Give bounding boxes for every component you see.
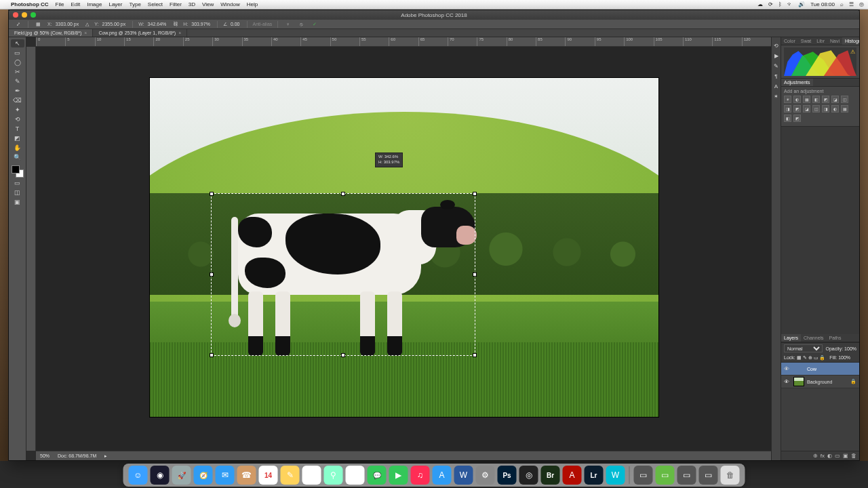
dock-app-finder[interactable]: ☺	[129, 466, 148, 485]
dock-app-photos[interactable]: ✿	[346, 466, 365, 485]
screen-mode-button[interactable]: ▭	[11, 179, 24, 187]
layers-footer-button[interactable]: 🗑	[851, 453, 856, 459]
histogram-display[interactable]: ⚠	[784, 47, 856, 76]
dock-folder3[interactable]: ▭	[677, 466, 696, 485]
adjustment-preset-button[interactable]: ◨	[784, 105, 791, 113]
adjustment-preset-button[interactable]: ◪	[831, 96, 839, 103]
adjustment-preset-button[interactable]: ◩	[822, 96, 829, 103]
adjustment-preset-button[interactable]: ◐	[831, 105, 839, 113]
transform-bounding-box[interactable]	[211, 193, 475, 356]
adjustment-preset-button[interactable]: ◐	[793, 96, 801, 103]
dock-folder4[interactable]: ▭	[699, 466, 718, 485]
tool-button[interactable]: ⟲	[11, 115, 24, 123]
adjustment-preset-button[interactable]: ◫	[841, 96, 848, 103]
menubar-icon[interactable]: ☁	[757, 1, 763, 7]
layers-footer-button[interactable]: ◐	[827, 453, 832, 459]
layers-footer-button[interactable]: ▣	[843, 453, 848, 459]
panel-tab[interactable]: Histogram	[842, 37, 860, 45]
doc-size[interactable]: Doc: 68.7M/98.7M	[58, 453, 96, 458]
status-arrow-icon[interactable]: ▸	[104, 453, 107, 459]
adjustment-preset-button[interactable]: ◨	[822, 105, 829, 113]
dock-app-contacts[interactable]: ☎	[237, 466, 256, 485]
panel-icon[interactable]: ✶	[774, 94, 778, 100]
menu-window[interactable]: Window	[220, 1, 239, 7]
transform-x[interactable]: 3303.00 px	[54, 22, 81, 26]
layer-row[interactable]: 👁Background🔒	[781, 375, 859, 388]
reference-point-icon[interactable]: ▦	[34, 20, 42, 28]
adjustment-preset-button[interactable]: ▦	[803, 96, 810, 103]
dock-app-safari[interactable]: 🧭	[194, 466, 213, 485]
dock-trash[interactable]: 🗑	[721, 466, 740, 485]
transform-handle[interactable]	[473, 353, 477, 357]
layers-footer-button[interactable]: ⊕	[813, 453, 818, 459]
transform-angle[interactable]: 0.00	[229, 22, 241, 26]
transform-w[interactable]: 342.64%	[146, 22, 168, 26]
screen-mode-button[interactable]: ▣	[11, 198, 24, 206]
layer-name[interactable]: Background	[807, 380, 832, 384]
menubar-icon[interactable]: ᛒ	[778, 1, 782, 7]
zoom-level[interactable]: 50%	[40, 453, 50, 458]
panel-icon[interactable]: A	[774, 83, 778, 89]
layer-visibility-icon[interactable]: 👁	[784, 379, 791, 385]
panel-tab[interactable]: Paths	[827, 334, 844, 342]
dock-app-reminders[interactable]: ☑	[302, 466, 321, 485]
dock-app-facetime[interactable]: ▶	[389, 466, 408, 485]
color-swatches[interactable]	[12, 165, 24, 178]
adjustment-preset-button[interactable]: ◪	[803, 105, 810, 113]
dock-app-siri[interactable]: ◉	[151, 466, 170, 485]
panel-tab[interactable]: Channels	[801, 334, 827, 342]
cancel-transform-button[interactable]: ⦸	[297, 20, 305, 28]
layers-footer-button[interactable]: fx	[821, 453, 825, 459]
transform-h[interactable]: 303.97%	[190, 22, 212, 26]
layer-row[interactable]: 👁Cow	[781, 363, 859, 375]
menu-3d[interactable]: 3D	[189, 1, 195, 7]
menu-filter[interactable]: Filter	[170, 1, 182, 7]
tool-button[interactable]: ↖	[11, 39, 24, 47]
document-viewport[interactable]: W: 342.6% H: 303.97%	[36, 47, 771, 451]
dock-app-lightroom[interactable]: Lr	[585, 466, 604, 485]
link-wh-icon[interactable]: ⛓	[173, 22, 178, 26]
dock-app-mail[interactable]: ✉	[216, 466, 235, 485]
control-center-icon[interactable]: ☰	[849, 1, 854, 7]
transform-handle[interactable]	[210, 192, 214, 196]
panel-tab[interactable]: Navi	[827, 37, 842, 45]
blend-mode-select[interactable]: Normal	[784, 344, 823, 352]
warp-mode-icon[interactable]: ♀	[283, 20, 292, 28]
adjustment-preset-button[interactable]: ▦	[841, 105, 848, 113]
panel-tab[interactable]: Layers	[781, 334, 801, 342]
adjustment-preset-button[interactable]: ◧	[784, 115, 791, 122]
panel-icon[interactable]: ✎	[774, 63, 778, 69]
panel-icon[interactable]: ▶	[774, 53, 778, 59]
tool-button[interactable]: ⌫	[11, 96, 24, 104]
panel-icon[interactable]: ¶	[774, 73, 777, 79]
menubar-app-name[interactable]: Photoshop CC	[11, 1, 49, 7]
adjustment-preset-button[interactable]: ☀	[784, 96, 791, 103]
adjustment-preset-button[interactable]: ◧	[812, 96, 820, 103]
window-minimize-button[interactable]	[22, 12, 27, 18]
layer-visibility-icon[interactable]: 👁	[784, 366, 791, 372]
panel-tab[interactable]: Swat	[798, 37, 814, 45]
fill-value[interactable]: 100%	[838, 355, 850, 360]
dock-app-word[interactable]: W	[454, 466, 473, 485]
histogram-warning-icon[interactable]: ⚠	[850, 49, 855, 55]
layer-name[interactable]: Cow	[807, 367, 816, 371]
tool-button[interactable]: ✂	[11, 68, 24, 76]
panel-tab[interactable]: Libr	[814, 37, 827, 45]
tool-button[interactable]: ✒	[11, 87, 24, 95]
menubar-icon[interactable]: ᯤ	[787, 1, 793, 7]
menubar-clock[interactable]: Tue 08:00	[810, 1, 835, 7]
dock-app-settings[interactable]: ⚙	[476, 466, 495, 485]
window-titlebar[interactable]: Adobe Photoshop CC 2018	[9, 10, 859, 20]
dock-app-itunes[interactable]: ♫	[411, 466, 430, 485]
swap-xy-icon[interactable]: △	[85, 22, 89, 27]
adjustments-tab[interactable]: Adjustments	[781, 79, 813, 86]
menu-file[interactable]: File	[56, 1, 64, 7]
window-zoom-button[interactable]	[31, 12, 36, 18]
dock-app-calendar[interactable]: 14	[259, 466, 278, 485]
dock-app-maps[interactable]: ⚲	[324, 466, 343, 485]
transform-y[interactable]: 2355.00 px	[101, 22, 127, 26]
document-tab[interactable]: Field.jpg @ 50% (Cow, RGB/8*)×	[9, 29, 93, 37]
transform-tool-icon[interactable]: ⤢	[14, 20, 22, 28]
dock-app-launchpad[interactable]: 🚀	[172, 466, 191, 485]
menu-help[interactable]: Help	[247, 1, 258, 7]
